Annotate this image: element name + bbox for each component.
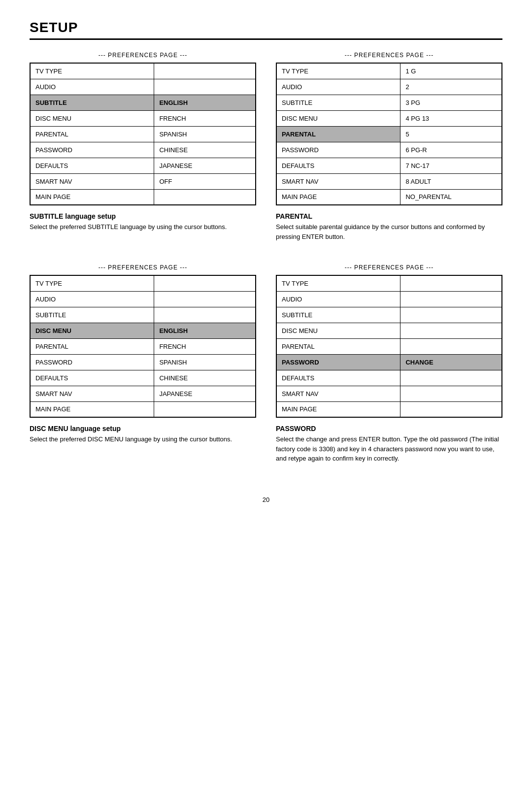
table-row: DISC MENUFRENCH — [30, 110, 256, 126]
cell-right-1 — [154, 291, 256, 307]
preferences-label-bottom-left: --- PREFERENCES PAGE --- — [30, 264, 256, 271]
cell-right-7: 8 ADULT — [400, 173, 502, 189]
section-top-right: --- PREFERENCES PAGE ---TV TYPE1 GAUDIO2… — [276, 52, 502, 259]
desc-text-bottom-right: Select the change and press ENTER button… — [276, 434, 502, 464]
cell-right-5: CHINESE — [154, 142, 256, 158]
table-row: PASSWORDCHANGE — [276, 354, 502, 370]
pref-table-bottom-left: TV TYPEAUDIOSUBTITLEDISC MENUENGLISHPARE… — [30, 275, 256, 418]
cell-left-1: AUDIO — [30, 291, 154, 307]
cell-left-3: DISC MENU — [276, 323, 400, 338]
cell-left-7: SMART NAV — [30, 386, 154, 401]
table-row: DISC MENUENGLISH — [30, 323, 256, 338]
cell-left-7: SMART NAV — [276, 386, 400, 401]
table-row: DISC MENU — [276, 323, 502, 338]
cell-right-7 — [400, 386, 502, 401]
cell-right-8 — [154, 189, 256, 205]
table-row: PARENTAL — [276, 338, 502, 354]
table-row: PASSWORDCHINESE — [30, 142, 256, 158]
page-number: 20 — [30, 496, 502, 503]
section-bottom-left: --- PREFERENCES PAGE ---TV TYPEAUDIOSUBT… — [30, 264, 256, 481]
description-bottom-right: PASSWORDSelect the change and press ENTE… — [276, 425, 502, 464]
table-row: PARENTAL5 — [276, 126, 502, 142]
section-top-left: --- PREFERENCES PAGE ---TV TYPEAUDIOSUBT… — [30, 52, 256, 259]
cell-right-4: 5 — [400, 126, 502, 142]
table-row: SMART NAVJAPANESE — [30, 386, 256, 401]
table-row: SUBTITLEENGLISH — [30, 95, 256, 110]
table-row: AUDIO — [30, 291, 256, 307]
table-row: SUBTITLE — [30, 307, 256, 323]
pref-table-top-left: TV TYPEAUDIOSUBTITLEENGLISHDISC MENUFREN… — [30, 63, 256, 205]
cell-right-2: 3 PG — [400, 95, 502, 110]
desc-title-bottom-left: DISC MENU language setup — [30, 425, 256, 432]
desc-title-bottom-right: PASSWORD — [276, 425, 502, 432]
preferences-label-bottom-right: --- PREFERENCES PAGE --- — [276, 264, 502, 271]
cell-right-0 — [154, 63, 256, 79]
table-row: TV TYPE1 G — [276, 63, 502, 79]
table-row: MAIN PAGE — [30, 189, 256, 205]
table-row: TV TYPE — [276, 275, 502, 291]
cell-right-1 — [154, 79, 256, 95]
preferences-label-top-left: --- PREFERENCES PAGE --- — [30, 52, 256, 59]
cell-left-5: PASSWORD — [276, 354, 400, 370]
desc-text-top-right: Select suitable parental guidance by the… — [276, 222, 502, 241]
cell-left-5: PASSWORD — [30, 142, 154, 158]
cell-left-0: TV TYPE — [276, 275, 400, 291]
table-row: MAIN PAGE — [276, 401, 502, 417]
pref-table-bottom-right: TV TYPEAUDIOSUBTITLEDISC MENUPARENTALPAS… — [276, 275, 502, 418]
cell-left-4: PARENTAL — [276, 126, 400, 142]
cell-right-4 — [400, 338, 502, 354]
preferences-label-top-right: --- PREFERENCES PAGE --- — [276, 52, 502, 59]
cell-left-1: AUDIO — [30, 79, 154, 95]
cell-left-6: DEFAULTS — [276, 158, 400, 173]
cell-right-5: SPANISH — [154, 354, 256, 370]
cell-right-0: 1 G — [400, 63, 502, 79]
table-row: PASSWORDSPANISH — [30, 354, 256, 370]
cell-left-5: PASSWORD — [276, 142, 400, 158]
cell-left-4: PARENTAL — [30, 338, 154, 354]
cell-right-6: JAPANESE — [154, 158, 256, 173]
bottom-row: --- PREFERENCES PAGE ---TV TYPEAUDIOSUBT… — [30, 264, 502, 481]
cell-right-3: ENGLISH — [154, 323, 256, 338]
desc-text-top-left: Select the preferred SUBTITLE language b… — [30, 222, 256, 232]
table-row: MAIN PAGE — [30, 401, 256, 417]
cell-right-7: OFF — [154, 173, 256, 189]
table-row: DEFAULTS7 NC-17 — [276, 158, 502, 173]
cell-left-0: TV TYPE — [30, 275, 154, 291]
table-row: DEFAULTSCHINESE — [30, 370, 256, 386]
table-row: PARENTALFRENCH — [30, 338, 256, 354]
cell-left-8: MAIN PAGE — [30, 189, 154, 205]
cell-left-2: SUBTITLE — [276, 307, 400, 323]
cell-right-8 — [154, 401, 256, 417]
cell-left-0: TV TYPE — [276, 63, 400, 79]
table-row: AUDIO2 — [276, 79, 502, 95]
table-row: DEFAULTS — [276, 370, 502, 386]
cell-right-0 — [154, 275, 256, 291]
cell-left-8: MAIN PAGE — [30, 401, 154, 417]
cell-right-1: 2 — [400, 79, 502, 95]
cell-right-2: ENGLISH — [154, 95, 256, 110]
cell-left-2: SUBTITLE — [276, 95, 400, 110]
cell-left-2: SUBTITLE — [30, 95, 154, 110]
cell-left-6: DEFAULTS — [30, 158, 154, 173]
cell-right-2 — [400, 307, 502, 323]
cell-left-3: DISC MENU — [30, 323, 154, 338]
cell-right-7: JAPANESE — [154, 386, 256, 401]
section-bottom-right: --- PREFERENCES PAGE ---TV TYPEAUDIOSUBT… — [276, 264, 502, 481]
table-row: SMART NAVOFF — [30, 173, 256, 189]
table-row: SUBTITLE3 PG — [276, 95, 502, 110]
table-row: PARENTALSPANISH — [30, 126, 256, 142]
cell-right-4: FRENCH — [154, 338, 256, 354]
cell-right-6: 7 NC-17 — [400, 158, 502, 173]
cell-right-1 — [400, 291, 502, 307]
cell-left-3: DISC MENU — [30, 110, 154, 126]
cell-left-4: PARENTAL — [276, 338, 400, 354]
cell-right-3: FRENCH — [154, 110, 256, 126]
table-row: AUDIO — [276, 291, 502, 307]
cell-right-3 — [400, 323, 502, 338]
desc-title-top-right: PARENTAL — [276, 212, 502, 220]
cell-right-2 — [154, 307, 256, 323]
table-row: SMART NAV — [276, 386, 502, 401]
table-row: DISC MENU4 PG 13 — [276, 110, 502, 126]
cell-left-5: PASSWORD — [30, 354, 154, 370]
description-top-left: SUBTITLE language setupSelect the prefer… — [30, 212, 256, 232]
